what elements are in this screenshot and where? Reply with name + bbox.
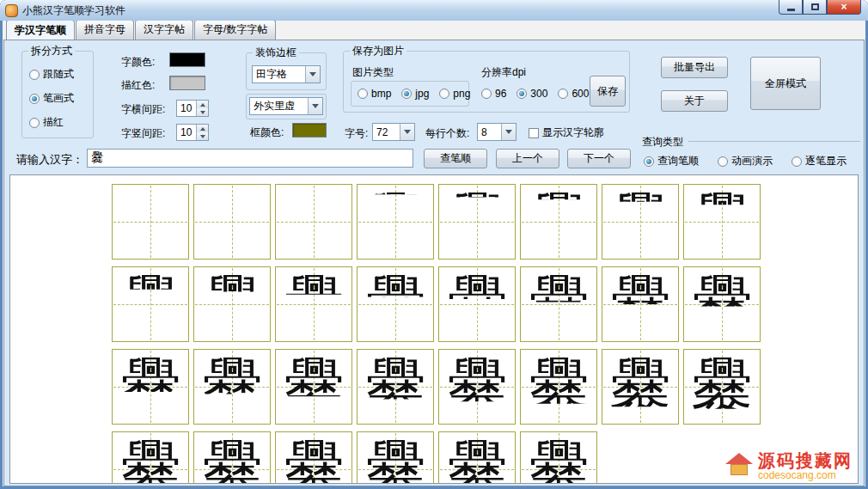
stroke-cell: 爨: [520, 349, 597, 425]
stroke-cell: 爨: [683, 349, 761, 425]
save-button[interactable]: 保存: [590, 76, 626, 107]
v-spacing-up-icon[interactable]: [197, 125, 208, 132]
tab-learn-stroke-order[interactable]: 学汉字笔顺: [6, 21, 75, 40]
stroke-cell: 爨: [683, 266, 761, 342]
split-method-group-title: 拆分方式: [28, 45, 75, 57]
app-window: 小熊汉字笔顺学习软件 × 学汉字笔顺 拼音字母 汉字字帖 字母/数字字帖 拆分方…: [0, 0, 868, 489]
v-spacing-stepper[interactable]: 10: [176, 124, 209, 141]
trace-color-label: 描红色:: [121, 78, 155, 93]
stroke-character: 爨: [439, 432, 515, 484]
about-button[interactable]: 关于: [661, 90, 728, 112]
font-size-value: 72: [373, 124, 400, 140]
next-button[interactable]: 下一个: [567, 149, 631, 168]
frame-color-swatch[interactable]: [292, 123, 327, 138]
per-line-chevron-down-icon: [501, 124, 516, 140]
line-style-chevron-down-icon: [308, 98, 322, 114]
maximize-button[interactable]: [803, 0, 827, 15]
radio-dpi-300[interactable]: 300: [517, 88, 547, 100]
tab-pinyin-letters[interactable]: 拼音字母: [76, 21, 134, 40]
h-spacing-value: 10: [177, 101, 196, 116]
stroke-character: 爨: [194, 185, 270, 259]
stroke-cell: 爨: [520, 266, 597, 342]
radio-dpi-300-label: 300: [530, 88, 547, 100]
radio-query-stroke-order-label: 查询笔顺: [657, 154, 699, 168]
split-method-group: 拆分方式 跟随式 笔画式 描红: [21, 51, 94, 138]
radio-trace-mode[interactable]: 描红: [29, 115, 74, 130]
watermark-site-url: codesocang.com: [758, 470, 853, 481]
watermark: 源码搜藏网 codesocang.com: [725, 451, 853, 481]
fullscreen-button[interactable]: 全屏模式: [750, 57, 821, 110]
grid-style-select[interactable]: 田字格: [252, 65, 321, 83]
radio-stroke-by-stroke[interactable]: 逐笔显示: [792, 154, 847, 168]
stroke-character: 爨: [521, 350, 596, 424]
stroke-cell: 爨: [438, 349, 516, 425]
stroke-cell: 爨: [193, 349, 271, 425]
stroke-character: 爨: [439, 350, 515, 424]
radio-bmp-circle: [358, 89, 368, 99]
radio-animation-demo[interactable]: 动画演示: [718, 154, 773, 168]
query-type-title: 查询类型: [640, 135, 685, 150]
stroke-cell: 爨: [112, 266, 189, 342]
tab-bar: 学汉字笔顺 拼音字母 汉字字帖 字母/数字字帖: [3, 21, 865, 40]
house-icon: [725, 453, 753, 479]
h-spacing-label: 字横间距:: [121, 102, 165, 117]
outline-checkbox-label: 显示汉字轮廓: [542, 125, 604, 140]
radio-stroke-mode-label: 笔画式: [43, 91, 74, 106]
stroke-cell: 爨: [602, 266, 679, 342]
stroke-cell: 爨: [193, 266, 271, 342]
window-controls: ×: [779, 0, 861, 15]
stroke-character: 爨: [602, 185, 678, 259]
radio-query-stroke-order-circle: [644, 156, 654, 167]
dpi-label: 分辨率dpi: [481, 65, 526, 80]
stroke-cell: 爨: [275, 431, 352, 484]
radio-bmp[interactable]: bmp: [358, 88, 391, 100]
stroke-character: 爨: [194, 432, 270, 484]
radio-bmp-label: bmp: [371, 88, 391, 100]
line-style-box: 外实里虚: [246, 94, 327, 119]
close-button[interactable]: ×: [827, 0, 861, 15]
tab-letter-number-copybook[interactable]: 字母/数字字帖: [194, 21, 276, 40]
stroke-cell: 爨: [275, 349, 352, 425]
radio-follow-mode[interactable]: 跟随式: [29, 67, 74, 82]
radio-query-stroke-order[interactable]: 查询笔顺: [644, 154, 699, 168]
h-spacing-stepper[interactable]: 10: [176, 100, 209, 117]
radio-trace-mode-circle: [29, 118, 40, 128]
trace-color-swatch[interactable]: [169, 76, 205, 90]
outline-checkbox[interactable]: 显示汉字轮廓: [529, 125, 604, 140]
h-spacing-up-icon[interactable]: [197, 101, 208, 108]
stroke-character: 爨: [276, 185, 351, 259]
radio-dpi-96[interactable]: 96: [481, 88, 506, 100]
radio-stroke-by-stroke-circle: [792, 156, 802, 167]
grid-style-chevron-down-icon: [305, 66, 320, 83]
radio-jpg[interactable]: jpg: [401, 88, 429, 100]
h-spacing-down-icon[interactable]: [197, 108, 208, 116]
per-line-select[interactable]: 8: [477, 123, 517, 141]
stroke-character: 爨: [521, 267, 596, 341]
radio-png[interactable]: png: [439, 88, 470, 100]
stroke-character: 爨: [276, 432, 351, 484]
batch-export-button[interactable]: 批量导出: [661, 57, 728, 78]
line-style-select[interactable]: 外实里虚: [249, 97, 323, 115]
v-spacing-down-icon[interactable]: [197, 132, 208, 140]
stroke-cell: 爨: [438, 266, 516, 342]
radio-stroke-mode[interactable]: 笔画式: [29, 91, 74, 106]
character-input[interactable]: [87, 149, 413, 168]
stroke-character: 爨: [358, 185, 433, 259]
app-icon: [5, 4, 18, 17]
stroke-character: 爨: [521, 185, 596, 259]
radio-dpi-600-circle: [558, 89, 568, 99]
stroke-cell: 爨: [602, 184, 679, 260]
stroke-character: 爨: [276, 267, 351, 341]
font-color-swatch[interactable]: [169, 52, 205, 67]
stroke-character: 爨: [684, 185, 760, 259]
minimize-button[interactable]: [779, 0, 803, 15]
radio-dpi-600[interactable]: 600: [558, 88, 589, 100]
decor-border-group: 装饰边框 田字格: [246, 52, 327, 90]
stroke-cell: 爨: [275, 184, 352, 260]
query-type-divider: [688, 141, 860, 142]
tab-hanzi-copybook[interactable]: 汉字字帖: [135, 21, 193, 40]
font-size-select[interactable]: 72: [372, 123, 415, 141]
radio-png-label: png: [453, 88, 470, 100]
previous-button[interactable]: 上一个: [496, 149, 559, 168]
query-stroke-button[interactable]: 查笔顺: [424, 149, 487, 168]
